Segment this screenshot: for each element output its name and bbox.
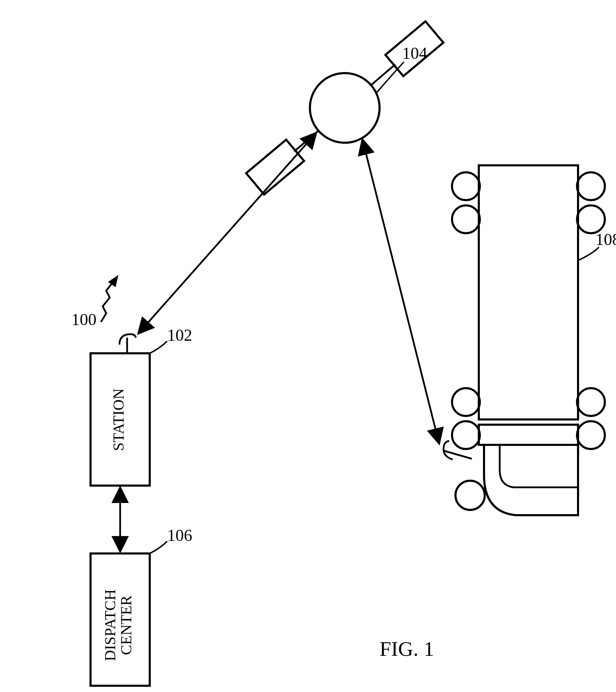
vehicle-antenna [444,441,472,459]
system-ref-arrow [101,275,118,322]
svg-point-13 [452,421,480,449]
vehicle [452,165,605,515]
station-ref-leader [150,341,167,353]
vehicle-ref: 108 [595,230,616,249]
svg-point-15 [577,172,605,200]
station-antenna [119,334,136,353]
svg-rect-7 [246,140,304,195]
svg-point-10 [452,172,480,200]
satellite-ref: 104 [402,44,427,63]
dispatch-ref: 106 [167,526,192,545]
station-ref: 102 [167,325,192,345]
svg-line-6 [294,131,319,151]
svg-point-18 [577,421,605,449]
svg-point-12 [452,388,480,416]
svg-rect-9 [479,425,578,445]
vehicle-ref-leader [578,247,599,260]
satellite-vehicle-link [363,141,439,442]
dispatch-label: DISPATCH CENTER [102,573,134,677]
svg-point-14 [455,481,485,510]
svg-point-11 [452,205,480,233]
svg-point-17 [577,388,605,416]
svg-point-3 [310,73,380,143]
figure-label: FIG. 1 [380,637,434,661]
station-satellite-link [139,134,315,332]
svg-rect-8 [479,165,578,419]
dispatch-ref-leader [150,541,167,553]
svg-point-16 [577,205,605,233]
system-ref: 100 [71,310,96,329]
station-label: STATION [110,375,127,465]
